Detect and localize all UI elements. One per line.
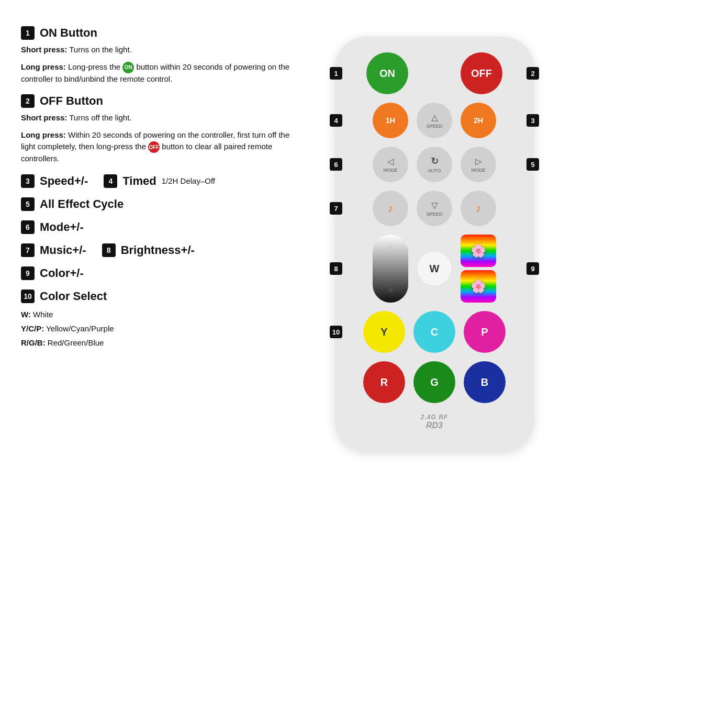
section8-item: 8 Brightness+/- [102, 243, 195, 257]
section2-heading: 2 OFF Button [21, 94, 298, 108]
remote-row-6: 10 Y C P [350, 311, 519, 353]
left-panel: 1 ON Button Short press: Turns on the li… [21, 21, 314, 680]
marker-6: 6 [330, 158, 342, 171]
section3-4-row: 3 Speed+/- 4 Timed 1/2H Delay–Off [21, 174, 298, 188]
brightness-slider[interactable]: ☀ ☀ [373, 235, 408, 303]
section6-title: Mode+/- [40, 220, 84, 234]
long-press-label-2: Long press: [21, 130, 66, 139]
on-inline-badge: ON [122, 62, 134, 73]
badge-6: 6 [21, 220, 35, 234]
timer2-button[interactable]: 2H [461, 103, 496, 138]
speed-up-button[interactable]: △ SPEED [417, 103, 452, 138]
marker-5: 5 [527, 158, 539, 171]
speed-down-button[interactable]: ▽ SPEED [417, 191, 452, 226]
off-inline-badge: OFF [148, 141, 160, 153]
short-press-label-1: Short press: [21, 45, 67, 54]
on-button[interactable]: ON [366, 52, 408, 94]
long-press-label-1: Long press: [21, 62, 66, 71]
short-press-text-1: Turns on the light. [67, 45, 131, 54]
auto-label: AUTO [428, 168, 441, 173]
right-panel: 1 ON OFF 2 4 1H △ SPEED 2H 3 6 [314, 21, 555, 680]
music-prev-button[interactable]: ♪ [373, 191, 408, 226]
y-button[interactable]: Y [363, 311, 405, 353]
auto-button[interactable]: ↻ AUTO [417, 147, 452, 182]
remote-row-5: 8 ☀ ☀ W 🌸 🌸 [350, 235, 519, 303]
badge-3: 3 [21, 174, 35, 188]
w-label: W: [21, 310, 31, 319]
ycp-label: Y/C/P: [21, 324, 44, 333]
music-next-button[interactable]: ♪ [461, 191, 496, 226]
w-button[interactable]: W [417, 251, 452, 286]
short-press-text-2: Turns off the light. [67, 113, 131, 122]
rgb-label: R/G/B: [21, 338, 46, 347]
color-info-ycp: Y/C/P: Yellow/Cyan/Purple [21, 321, 298, 336]
section1-long-press: Long press: Long-press the ON button wit… [21, 61, 298, 85]
remote-control: 1 ON OFF 2 4 1H △ SPEED 2H 3 6 [335, 37, 534, 451]
section2-short-press: Short press: Turns off the light. [21, 112, 298, 124]
mode-next-label: MODE [472, 168, 486, 173]
g-button[interactable]: G [413, 361, 455, 403]
marker-8: 8 [330, 262, 342, 275]
remote-wrapper: 1 ON OFF 2 4 1H △ SPEED 2H 3 6 [335, 37, 534, 451]
mode-next-button[interactable]: ▷ MODE [461, 147, 496, 182]
short-press-label-2: Short press: [21, 113, 67, 122]
timed-detail: 1/2H Delay–Off [162, 176, 215, 185]
marker-4: 4 [330, 114, 342, 127]
mode-prev-label: MODE [384, 168, 398, 173]
section3-title: Speed+/- [40, 174, 88, 188]
section3-item: 3 Speed+/- [21, 174, 88, 188]
section1-short-press: Short press: Turns on the light. [21, 44, 298, 56]
section1-heading: 1 ON Button [21, 26, 298, 40]
ycp-text: Yellow/Cyan/Purple [44, 324, 114, 333]
section10-title: Color Select [40, 290, 107, 303]
c-button[interactable]: C [413, 311, 455, 353]
remote-row-3: 6 ◁ MODE ↻ AUTO ▷ MODE 5 [350, 147, 519, 182]
w-btn-label: W [430, 263, 440, 275]
color-effect-top[interactable]: 🌸 [461, 235, 496, 267]
section5-title: All Effect Cycle [40, 197, 124, 211]
badge-4: 4 [104, 174, 117, 188]
speed-up-label: SPEED [427, 124, 443, 129]
section9-title: Color+/- [40, 266, 84, 280]
rf-label: 2.4G RF [350, 414, 519, 421]
long-press-text-1: Long-press the [66, 62, 122, 71]
remote-row-1: 1 ON OFF 2 [350, 52, 519, 94]
section9-heading: 9 Color+/- [21, 266, 298, 280]
speed-down-label: SPEED [427, 212, 443, 217]
color-effect-column: 🌸 🌸 [461, 235, 496, 303]
color-info-rgb: R/G/B: Red/Green/Blue [21, 336, 298, 350]
section2-long-press: Long press: Within 20 seconds of powerin… [21, 129, 298, 165]
remote-row-7: R G B [350, 361, 519, 403]
section4-title: Timed [122, 174, 156, 188]
mode-prev-button[interactable]: ◁ MODE [373, 147, 408, 182]
timer1-button[interactable]: 1H [373, 103, 408, 138]
marker-10: 10 [330, 326, 342, 338]
p-button[interactable]: P [464, 311, 506, 353]
remote-row-4: 7 ♪ ▽ SPEED ♪ [350, 191, 519, 226]
badge-9: 9 [21, 266, 35, 280]
section8-title: Brightness+/- [121, 243, 195, 257]
badge-10: 10 [21, 290, 35, 303]
marker-7: 7 [330, 202, 342, 215]
rgb-text: Red/Green/Blue [46, 338, 104, 347]
off-button[interactable]: OFF [461, 52, 502, 94]
section4-item: 4 Timed 1/2H Delay–Off [104, 174, 215, 188]
w-text: White [31, 310, 53, 319]
badge-1: 1 [21, 26, 35, 40]
badge-8: 8 [102, 243, 116, 257]
r-button[interactable]: R [363, 361, 405, 403]
model-label: RD3 [350, 421, 519, 430]
section6-heading: 6 Mode+/- [21, 220, 298, 234]
marker-2: 2 [527, 67, 539, 80]
marker-3: 3 [527, 114, 539, 127]
b-button[interactable]: B [464, 361, 506, 403]
section7-item: 7 Music+/- [21, 243, 86, 257]
remote-footer: 2.4G RF RD3 [350, 414, 519, 430]
marker-9: 9 [527, 262, 539, 275]
marker-1: 1 [330, 67, 342, 80]
color-info-w: W: White [21, 307, 298, 321]
section1-title: ON Button [40, 26, 97, 40]
color-effect-bottom[interactable]: 🌸 [461, 270, 496, 303]
section5-heading: 5 All Effect Cycle [21, 197, 298, 211]
badge-2: 2 [21, 94, 35, 108]
